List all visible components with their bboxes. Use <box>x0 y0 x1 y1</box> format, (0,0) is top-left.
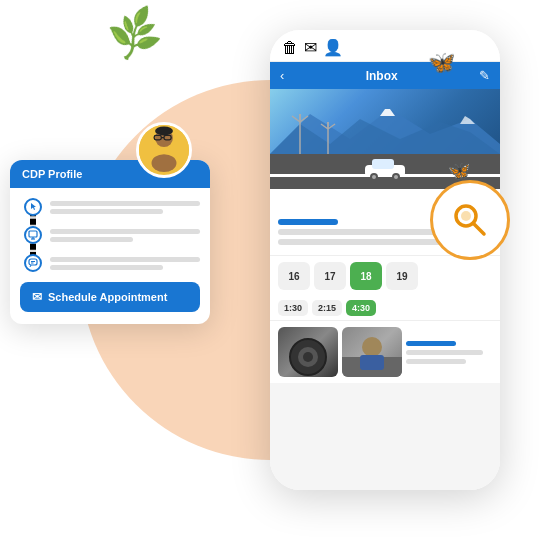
envelope-icon: ✉ <box>32 290 42 304</box>
phone-topbar: 🗑 ✉ 👤 <box>270 30 500 62</box>
date-btn-18[interactable]: 18 <box>350 262 382 290</box>
svg-point-19 <box>372 175 376 179</box>
thumb-line-2 <box>406 359 466 364</box>
thumb-line-1 <box>406 350 483 355</box>
tl-line-2b <box>50 237 133 242</box>
tl-line-3b <box>50 265 163 270</box>
timeline-dot-3 <box>24 254 42 272</box>
svg-point-25 <box>362 337 382 357</box>
date-btn-19[interactable]: 19 <box>386 262 418 290</box>
timeline-item-1 <box>24 198 200 216</box>
tl-line-1a <box>50 201 200 206</box>
bottom-thumbnails <box>270 320 500 383</box>
timeline-dot-1 <box>24 198 42 216</box>
schedule-btn-label: Schedule Appointment <box>48 291 167 303</box>
tl-line-1b <box>50 209 163 214</box>
timeline-item-3 <box>24 254 200 272</box>
mail-icon[interactable]: ✉ <box>304 38 317 57</box>
user-icon[interactable]: 👤 <box>323 38 343 57</box>
date-btn-16[interactable]: 16 <box>278 262 310 290</box>
time-btn-215[interactable]: 2:15 <box>312 300 342 316</box>
cdp-timeline <box>10 188 210 272</box>
phone-frame: 🗑 ✉ 👤 ‹ Inbox ✎ <box>270 30 500 490</box>
svg-point-23 <box>303 352 313 362</box>
msg-line-2 <box>278 239 449 245</box>
date-row: 16 17 18 19 <box>270 255 500 296</box>
timeline-item-2 <box>24 226 200 244</box>
svg-point-2 <box>461 211 471 221</box>
tire-thumbnail <box>278 327 338 377</box>
butterfly-top-icon: 🦋 <box>428 50 455 76</box>
svg-line-9 <box>300 116 308 122</box>
mechanic-thumbnail <box>342 327 402 377</box>
cdp-header-label: CDP Profile <box>22 168 82 180</box>
phone-content: ··· 16 17 18 19 1:30 2:15 4:30 <box>270 89 500 490</box>
svg-point-33 <box>152 154 177 172</box>
timeline-dot-2 <box>24 226 42 244</box>
time-btn-430[interactable]: 4:30 <box>346 300 376 316</box>
phone-header: ‹ Inbox ✎ <box>270 62 500 89</box>
date-btn-17[interactable]: 17 <box>314 262 346 290</box>
thumbnail-text-lines <box>406 327 492 377</box>
time-row: 1:30 2:15 4:30 <box>270 296 500 320</box>
trash-icon[interactable]: 🗑 <box>282 39 298 57</box>
svg-rect-26 <box>360 355 384 370</box>
leaf-decoration: 🌿 <box>103 3 166 64</box>
svg-line-8 <box>292 116 300 122</box>
svg-line-13 <box>328 124 335 129</box>
msg-line-blue <box>278 219 338 225</box>
cdp-profile-card: CDP Profile <box>10 160 210 324</box>
svg-rect-16 <box>372 159 394 169</box>
svg-point-32 <box>155 126 173 135</box>
tl-line-2a <box>50 229 200 234</box>
svg-line-1 <box>473 223 484 234</box>
schedule-appointment-button[interactable]: ✉ Schedule Appointment <box>20 282 200 312</box>
svg-point-20 <box>394 175 398 179</box>
svg-marker-6 <box>460 116 475 124</box>
timeline-content-2 <box>50 229 200 242</box>
edit-icon[interactable]: ✎ <box>479 68 490 83</box>
time-btn-130[interactable]: 1:30 <box>278 300 308 316</box>
search-icon-circle <box>430 180 510 260</box>
thumb-line-blue <box>406 341 456 346</box>
butterfly-mid-icon: 🦋 <box>448 160 470 182</box>
timeline-content-1 <box>50 201 200 214</box>
user-avatar <box>136 122 192 178</box>
timeline-content-3 <box>50 257 200 270</box>
svg-line-12 <box>321 124 328 129</box>
svg-rect-34 <box>29 231 37 237</box>
tl-line-3a <box>50 257 200 262</box>
topbar-icons: 🗑 ✉ 👤 <box>282 38 343 57</box>
